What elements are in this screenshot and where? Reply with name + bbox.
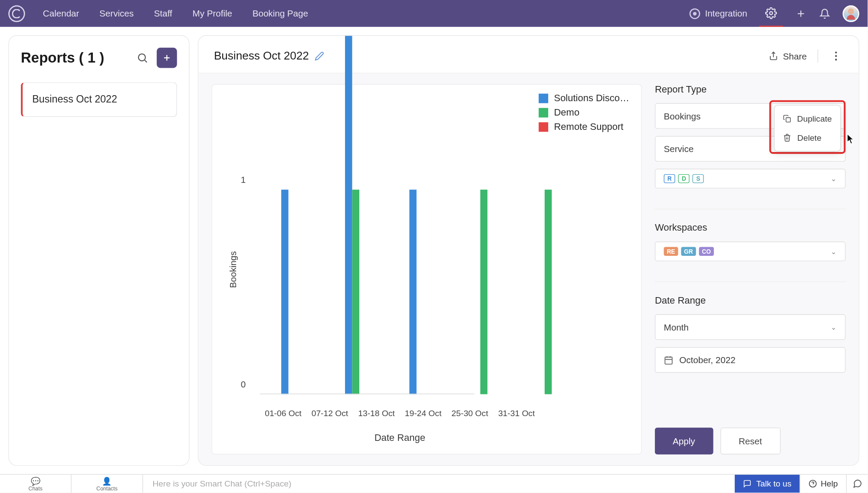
help-button[interactable]: Help: [800, 475, 846, 493]
services-multiselect[interactable]: R D S ⌄: [655, 169, 845, 189]
bell-icon: [819, 8, 830, 19]
smart-chat-input[interactable]: Here is your Smart Chat (Ctrl+Space): [143, 479, 735, 489]
date-picker[interactable]: October, 2022: [655, 347, 845, 373]
chat-icon: [743, 480, 751, 488]
menu-delete-label: Delete: [797, 133, 822, 142]
workspace-chip: RE: [664, 247, 678, 256]
date-value: October, 2022: [679, 355, 735, 365]
svg-point-8: [835, 52, 837, 53]
share-icon: [769, 51, 778, 61]
legend-item: Remote Support: [539, 122, 629, 132]
help-icon: [809, 480, 817, 488]
chart-x-tick: 31-31 Oct: [493, 409, 540, 418]
notifications-button[interactable]: [819, 7, 831, 19]
legend-swatch: [539, 94, 548, 103]
share-label: Share: [783, 51, 807, 61]
apply-button[interactable]: Apply: [655, 427, 713, 454]
chat-panel-toggle[interactable]: [846, 475, 868, 493]
plus-icon: [162, 53, 171, 63]
chart-bar: [352, 190, 359, 394]
more-menu-popup: Duplicate Delete: [774, 105, 841, 152]
nav-booking-page[interactable]: Booking Page: [253, 8, 308, 18]
svg-point-9: [835, 55, 837, 57]
chart-y-tick: 1: [241, 175, 246, 185]
group-by-value: Service: [664, 144, 694, 154]
gear-icon: [765, 7, 777, 19]
add-button[interactable]: [795, 7, 807, 19]
calendar-icon: [664, 355, 674, 365]
nav-services[interactable]: Services: [99, 8, 134, 18]
chart-bar: [480, 190, 487, 394]
chart-bar: [281, 190, 288, 394]
legend-swatch: [539, 108, 548, 118]
legend-item: Demo: [539, 107, 629, 118]
plus-icon: [796, 8, 806, 19]
contacts-tab[interactable]: 👤 Contacts: [72, 475, 143, 493]
contacts-icon: 👤: [102, 476, 112, 485]
chart-x-tick: 01-06 Oct: [260, 409, 307, 418]
workspace-chip: GR: [681, 247, 696, 256]
user-avatar[interactable]: [842, 5, 859, 22]
workspace-chip: CO: [699, 247, 713, 256]
chart-x-tick: 13-18 Oct: [353, 409, 400, 418]
chevron-down-icon: ⌄: [831, 247, 837, 255]
legend-swatch: [539, 122, 548, 132]
chart-x-label: Date Range: [260, 432, 540, 443]
date-range-select[interactable]: Month ⌄: [655, 314, 845, 340]
report-type-value: Bookings: [664, 111, 701, 121]
legend-label: Solutions Disco…: [554, 93, 629, 104]
chevron-down-icon: ⌄: [831, 175, 837, 183]
trash-icon: [783, 134, 791, 142]
reports-sidebar: Reports ( 1 ) Business Oct 2022: [8, 35, 189, 466]
add-report-button[interactable]: [157, 48, 177, 68]
service-chip: S: [693, 174, 704, 183]
chart-y-tick: 0: [241, 379, 246, 389]
nav-calendar[interactable]: Calendar: [43, 8, 79, 18]
svg-rect-15: [786, 118, 790, 122]
search-icon[interactable]: [136, 52, 148, 63]
svg-point-0: [769, 11, 773, 14]
svg-rect-11: [665, 357, 672, 364]
legend-item: Solutions Disco…: [539, 93, 629, 104]
reset-button[interactable]: Reset: [720, 427, 780, 454]
report-list-item[interactable]: Business Oct 2022: [21, 82, 177, 117]
chart-x-tick: 07-12 Oct: [306, 409, 353, 418]
nav-my-profile[interactable]: My Profile: [192, 8, 232, 18]
report-type-label: Report Type: [655, 84, 845, 95]
chart-panel: Bookings 01-06 Oct07-12 Oct13-18 Oct19-2…: [211, 84, 641, 455]
duplicate-icon: [783, 115, 791, 123]
svg-point-10: [835, 59, 837, 60]
sidebar-title: Reports ( 1 ): [21, 50, 104, 66]
top-nav: Calendar Services Staff My Profile Booki…: [0, 0, 868, 27]
chart-bar: [345, 35, 352, 394]
chats-tab[interactable]: 💬 Chats: [0, 475, 72, 493]
menu-delete[interactable]: Delete: [775, 128, 840, 147]
app-logo-icon: [8, 5, 25, 22]
more-menu-button[interactable]: [829, 49, 843, 63]
settings-button[interactable]: [759, 0, 783, 27]
edit-icon[interactable]: [315, 51, 325, 61]
report-main-panel: Business Oct 2022 Share Bookings: [198, 35, 859, 466]
svg-line-4: [145, 60, 147, 63]
chart-bar: [409, 190, 416, 394]
share-button[interactable]: Share: [769, 51, 807, 61]
integration-label: Integration: [705, 8, 747, 18]
date-range-value: Month: [664, 322, 689, 332]
service-chip: D: [678, 174, 690, 183]
report-title: Business Oct 2022: [214, 50, 309, 63]
menu-duplicate[interactable]: Duplicate: [775, 109, 840, 128]
chart-x-tick: 25-30 Oct: [447, 409, 493, 418]
chart-bar: [545, 190, 552, 394]
legend-label: Demo: [554, 107, 580, 118]
svg-point-3: [138, 54, 145, 61]
chevron-down-icon: ⌄: [831, 323, 837, 331]
nav-staff[interactable]: Staff: [154, 8, 172, 18]
bottom-bar: 💬 Chats 👤 Contacts Here is your Smart Ch…: [0, 474, 868, 493]
talk-to-us-button[interactable]: Talk to us: [735, 475, 800, 493]
date-range-label: Date Range: [655, 295, 845, 306]
workspaces-multiselect[interactable]: RE GR CO ⌄: [655, 242, 845, 261]
chart-x-tick: 19-24 Oct: [400, 409, 447, 418]
nav-integration[interactable]: Integration: [690, 8, 747, 19]
divider: [818, 50, 818, 63]
workspaces-label: Workspaces: [655, 222, 845, 233]
